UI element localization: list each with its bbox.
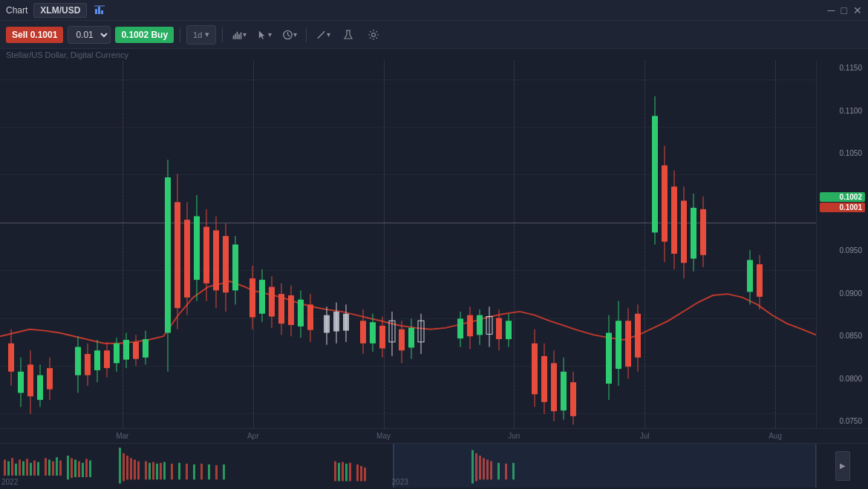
svg-point-14 xyxy=(372,33,376,36)
year-label-2022: 2022 xyxy=(1,478,18,486)
svg-rect-18 xyxy=(18,372,24,393)
chart-main[interactable]: 0.1150 0.1100 0.1050 0.1002 0.1001 0.095… xyxy=(0,61,868,428)
divider-1 xyxy=(180,27,180,42)
mini-chart-area[interactable]: 2022 2023 xyxy=(0,444,816,488)
time-label-mar: Mar xyxy=(116,432,128,440)
svg-rect-70 xyxy=(307,304,313,329)
price-axis: 0.1150 0.1100 0.1050 0.1002 0.1001 0.095… xyxy=(816,61,868,428)
svg-rect-152 xyxy=(59,461,62,476)
svg-rect-173 xyxy=(178,463,180,480)
price-label: 0.1050 xyxy=(820,149,865,157)
time-label-jul: Jul xyxy=(640,432,650,440)
svg-rect-186 xyxy=(360,466,362,481)
price-label: 0.1150 xyxy=(820,64,865,72)
timeframe-selector[interactable]: 1d ▾ xyxy=(186,25,216,45)
svg-rect-94 xyxy=(467,315,473,337)
draw-line-button[interactable]: ▾ xyxy=(313,24,333,45)
svg-rect-118 xyxy=(625,321,631,367)
svg-rect-167 xyxy=(149,463,151,480)
svg-rect-72 xyxy=(324,315,330,333)
svg-rect-175 xyxy=(193,465,195,479)
svg-rect-52 xyxy=(213,230,219,290)
minimize-btn[interactable]: ─ xyxy=(828,4,835,16)
price-label: 0.0800 xyxy=(820,375,865,383)
svg-rect-42 xyxy=(165,177,171,332)
quantity-select[interactable]: 0.01 0.1 1 xyxy=(68,26,111,44)
mini-nav-button[interactable]: ▶ xyxy=(835,451,850,481)
chevron-down-icon: ▾ xyxy=(327,30,330,39)
svg-rect-60 xyxy=(259,280,265,314)
svg-rect-126 xyxy=(671,186,677,253)
svg-rect-171 xyxy=(163,462,166,480)
svg-rect-181 xyxy=(338,463,340,482)
svg-rect-184 xyxy=(349,463,351,482)
svg-rect-157 xyxy=(82,463,84,477)
svg-rect-76 xyxy=(343,314,349,331)
chevron-down-icon: ▾ xyxy=(268,30,272,39)
svg-rect-108 xyxy=(551,363,557,411)
chevron-down-icon: ▾ xyxy=(205,30,209,39)
svg-rect-165 xyxy=(137,462,140,480)
svg-rect-64 xyxy=(278,294,284,324)
flask-button[interactable] xyxy=(338,24,359,45)
candlestick-chart xyxy=(0,61,816,428)
indicators-button[interactable]: ▾ xyxy=(229,24,249,45)
toolbar: Sell 0.1001 0.01 0.1 1 0.1002 Buy 1d ▾ ▾… xyxy=(0,21,868,49)
svg-rect-82 xyxy=(379,326,385,348)
buy-button[interactable]: 0.1002 Buy xyxy=(115,27,174,43)
svg-rect-156 xyxy=(78,462,80,477)
svg-rect-176 xyxy=(200,464,203,479)
svg-rect-5 xyxy=(235,33,237,39)
svg-rect-185 xyxy=(356,465,359,482)
svg-rect-26 xyxy=(75,347,81,375)
svg-rect-86 xyxy=(399,329,405,351)
buy-price-badge: 0.1002 xyxy=(820,192,865,202)
sell-button[interactable]: Sell 0.1001 xyxy=(6,27,63,43)
svg-rect-149 xyxy=(48,459,50,475)
price-label: 0.0950 xyxy=(820,246,865,255)
svg-rect-38 xyxy=(133,342,139,359)
svg-rect-182 xyxy=(342,462,344,482)
svg-rect-153 xyxy=(67,456,69,479)
svg-rect-160 xyxy=(119,447,121,483)
svg-rect-145 xyxy=(30,463,32,476)
settings-button[interactable] xyxy=(363,24,384,45)
svg-rect-138 xyxy=(4,459,6,475)
chart-container: 0.1150 0.1100 0.1050 0.1002 0.1001 0.095… xyxy=(0,61,868,488)
svg-rect-122 xyxy=(652,116,658,232)
clock-button[interactable]: ▾ xyxy=(279,24,300,45)
chart-area[interactable] xyxy=(0,61,816,428)
svg-rect-88 xyxy=(408,328,414,348)
svg-rect-2 xyxy=(101,10,103,14)
window-controls[interactable]: ─ □ ✕ xyxy=(828,4,862,16)
time-label-apr: Apr xyxy=(247,432,259,440)
maximize-btn[interactable]: □ xyxy=(841,4,847,16)
svg-rect-62 xyxy=(269,287,275,317)
svg-rect-34 xyxy=(114,344,120,364)
sell-price-badge: 0.1001 xyxy=(820,203,865,212)
year-label-2023: 2023 xyxy=(392,478,408,486)
svg-rect-0 xyxy=(95,9,97,14)
svg-rect-128 xyxy=(681,200,687,263)
svg-rect-136 xyxy=(757,264,763,297)
svg-rect-177 xyxy=(208,465,210,479)
svg-rect-124 xyxy=(662,165,668,242)
svg-rect-170 xyxy=(160,463,162,480)
price-label: 0.0850 xyxy=(820,332,865,340)
svg-rect-100 xyxy=(496,318,502,340)
svg-rect-44 xyxy=(174,202,180,308)
svg-rect-74 xyxy=(333,312,339,332)
symbol-display[interactable]: XLM/USD xyxy=(33,3,87,18)
svg-line-12 xyxy=(318,31,324,38)
svg-rect-66 xyxy=(288,295,294,325)
svg-rect-102 xyxy=(506,321,512,339)
price-label: 0.0750 xyxy=(820,417,865,425)
svg-rect-163 xyxy=(130,458,132,479)
close-btn[interactable]: ✕ xyxy=(853,4,862,16)
svg-rect-150 xyxy=(52,462,54,476)
svg-rect-104 xyxy=(532,344,538,395)
svg-rect-110 xyxy=(561,372,567,410)
chart-type-icon[interactable] xyxy=(93,4,106,17)
svg-rect-140 xyxy=(11,458,13,476)
cursor-tool-button[interactable]: ▾ xyxy=(254,24,275,45)
